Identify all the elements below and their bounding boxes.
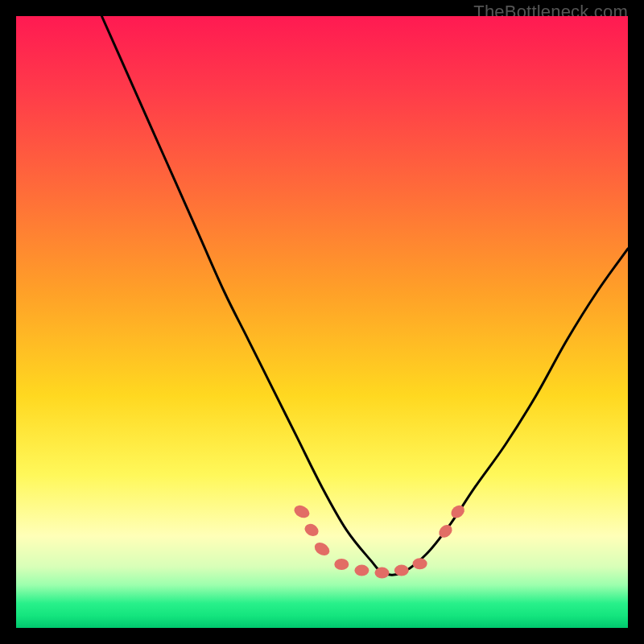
- curve-marker: [375, 568, 390, 579]
- bottleneck-curve: [101, 16, 628, 575]
- curve-marker: [292, 503, 312, 521]
- curve-marker: [413, 558, 427, 569]
- marker-group: [292, 502, 467, 578]
- curve-marker: [334, 559, 349, 570]
- curve-marker: [394, 565, 409, 576]
- curve-marker: [312, 540, 332, 558]
- chart-frame: TheBottleneck.com: [0, 0, 644, 644]
- chart-svg: [16, 16, 628, 628]
- plot-area: [16, 16, 628, 628]
- curve-marker: [303, 522, 321, 539]
- curve-marker: [354, 565, 369, 576]
